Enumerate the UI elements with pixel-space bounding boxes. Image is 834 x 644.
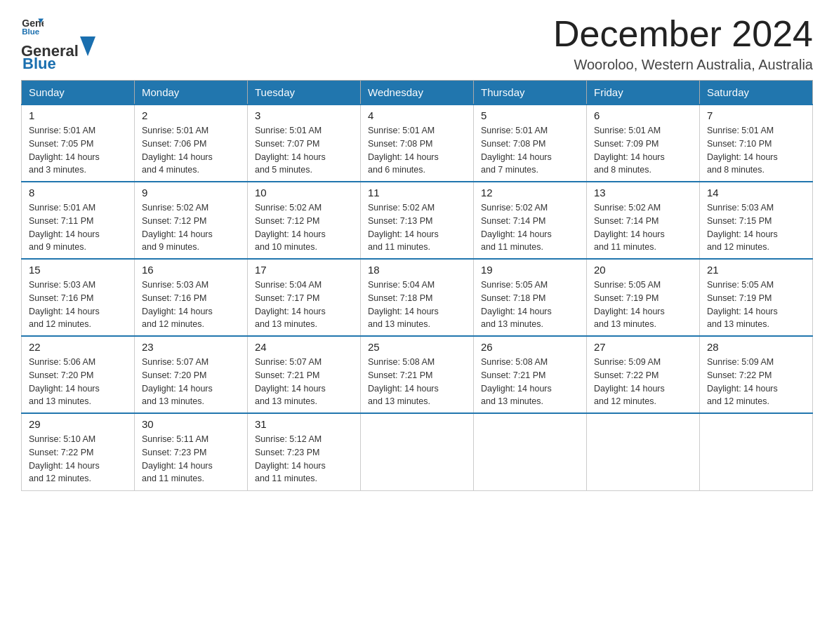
calendar-header-sunday: Sunday bbox=[22, 81, 135, 105]
calendar-cell: 5 Sunrise: 5:01 AM Sunset: 7:08 PM Dayli… bbox=[474, 105, 587, 182]
calendar-cell: 30 Sunrise: 5:11 AM Sunset: 7:23 PM Dayl… bbox=[135, 413, 248, 490]
day-number: 22 bbox=[29, 341, 127, 353]
calendar-header-wednesday: Wednesday bbox=[361, 81, 474, 105]
day-number: 11 bbox=[368, 187, 466, 199]
calendar-header-row: SundayMondayTuesdayWednesdayThursdayFrid… bbox=[22, 81, 813, 105]
logo-triangle-icon bbox=[80, 36, 95, 56]
day-number: 10 bbox=[255, 187, 353, 199]
day-number: 1 bbox=[29, 109, 127, 121]
title-block: December 2024 Wooroloo, Western Australi… bbox=[553, 14, 813, 73]
day-info: Sunrise: 5:05 AM Sunset: 7:18 PM Dayligh… bbox=[481, 279, 579, 331]
day-info: Sunrise: 5:02 AM Sunset: 7:13 PM Dayligh… bbox=[368, 201, 466, 254]
calendar-week-row: 1 Sunrise: 5:01 AM Sunset: 7:05 PM Dayli… bbox=[22, 105, 813, 182]
day-number: 28 bbox=[707, 341, 805, 353]
calendar-cell: 31 Sunrise: 5:12 AM Sunset: 7:23 PM Dayl… bbox=[248, 413, 361, 490]
day-number: 30 bbox=[142, 418, 240, 430]
calendar-cell: 3 Sunrise: 5:01 AM Sunset: 7:07 PM Dayli… bbox=[248, 105, 361, 182]
day-number: 4 bbox=[368, 109, 466, 121]
day-number: 6 bbox=[594, 109, 692, 121]
calendar-cell bbox=[474, 413, 587, 490]
day-number: 13 bbox=[594, 187, 692, 199]
day-info: Sunrise: 5:03 AM Sunset: 7:15 PM Dayligh… bbox=[707, 201, 805, 254]
calendar-header-monday: Monday bbox=[135, 81, 248, 105]
day-info: Sunrise: 5:01 AM Sunset: 7:08 PM Dayligh… bbox=[368, 124, 466, 177]
calendar-cell: 13 Sunrise: 5:02 AM Sunset: 7:14 PM Dayl… bbox=[587, 182, 700, 259]
calendar-cell: 15 Sunrise: 5:03 AM Sunset: 7:16 PM Dayl… bbox=[22, 259, 135, 336]
calendar-cell: 26 Sunrise: 5:08 AM Sunset: 7:21 PM Dayl… bbox=[474, 336, 587, 413]
day-info: Sunrise: 5:05 AM Sunset: 7:19 PM Dayligh… bbox=[594, 279, 692, 331]
day-info: Sunrise: 5:12 AM Sunset: 7:23 PM Dayligh… bbox=[255, 433, 353, 485]
day-info: Sunrise: 5:09 AM Sunset: 7:22 PM Dayligh… bbox=[594, 356, 692, 408]
day-info: Sunrise: 5:10 AM Sunset: 7:22 PM Dayligh… bbox=[29, 433, 127, 485]
day-number: 12 bbox=[481, 187, 579, 199]
calendar-header-friday: Friday bbox=[587, 81, 700, 105]
day-number: 15 bbox=[29, 264, 127, 276]
day-number: 26 bbox=[481, 341, 579, 353]
calendar-cell: 29 Sunrise: 5:10 AM Sunset: 7:22 PM Dayl… bbox=[22, 413, 135, 490]
calendar-header-thursday: Thursday bbox=[474, 81, 587, 105]
calendar-header-saturday: Saturday bbox=[700, 81, 813, 105]
day-info: Sunrise: 5:08 AM Sunset: 7:21 PM Dayligh… bbox=[481, 356, 579, 408]
month-title: December 2024 bbox=[553, 14, 813, 54]
day-info: Sunrise: 5:07 AM Sunset: 7:20 PM Dayligh… bbox=[142, 356, 240, 408]
day-number: 27 bbox=[594, 341, 692, 353]
day-info: Sunrise: 5:03 AM Sunset: 7:16 PM Dayligh… bbox=[29, 279, 127, 331]
day-number: 19 bbox=[481, 264, 579, 276]
calendar-cell: 25 Sunrise: 5:08 AM Sunset: 7:21 PM Dayl… bbox=[361, 336, 474, 413]
day-info: Sunrise: 5:08 AM Sunset: 7:21 PM Dayligh… bbox=[368, 356, 466, 408]
calendar-cell: 8 Sunrise: 5:01 AM Sunset: 7:11 PM Dayli… bbox=[22, 182, 135, 259]
calendar-cell: 22 Sunrise: 5:06 AM Sunset: 7:20 PM Dayl… bbox=[22, 336, 135, 413]
day-info: Sunrise: 5:04 AM Sunset: 7:18 PM Dayligh… bbox=[368, 279, 466, 331]
logo-icon: General Blue bbox=[21, 14, 44, 36]
calendar-cell: 19 Sunrise: 5:05 AM Sunset: 7:18 PM Dayl… bbox=[474, 259, 587, 336]
day-info: Sunrise: 5:04 AM Sunset: 7:17 PM Dayligh… bbox=[255, 279, 353, 331]
day-info: Sunrise: 5:02 AM Sunset: 7:14 PM Dayligh… bbox=[481, 201, 579, 254]
calendar-cell: 14 Sunrise: 5:03 AM Sunset: 7:15 PM Dayl… bbox=[700, 182, 813, 259]
calendar-cell: 6 Sunrise: 5:01 AM Sunset: 7:09 PM Dayli… bbox=[587, 105, 700, 182]
day-number: 17 bbox=[255, 264, 353, 276]
page-header: General Blue General Blue December 2024 … bbox=[21, 14, 813, 73]
day-info: Sunrise: 5:06 AM Sunset: 7:20 PM Dayligh… bbox=[29, 356, 127, 408]
calendar-cell: 7 Sunrise: 5:01 AM Sunset: 7:10 PM Dayli… bbox=[700, 105, 813, 182]
calendar-cell: 9 Sunrise: 5:02 AM Sunset: 7:12 PM Dayli… bbox=[135, 182, 248, 259]
calendar-cell: 27 Sunrise: 5:09 AM Sunset: 7:22 PM Dayl… bbox=[587, 336, 700, 413]
calendar-week-row: 8 Sunrise: 5:01 AM Sunset: 7:11 PM Dayli… bbox=[22, 182, 813, 259]
svg-text:Blue: Blue bbox=[22, 27, 40, 36]
day-info: Sunrise: 5:11 AM Sunset: 7:23 PM Dayligh… bbox=[142, 433, 240, 485]
logo: General Blue General Blue bbox=[21, 14, 97, 73]
calendar-cell: 24 Sunrise: 5:07 AM Sunset: 7:21 PM Dayl… bbox=[248, 336, 361, 413]
day-number: 9 bbox=[142, 187, 240, 199]
day-number: 23 bbox=[142, 341, 240, 353]
calendar-cell bbox=[587, 413, 700, 490]
day-info: Sunrise: 5:01 AM Sunset: 7:07 PM Dayligh… bbox=[255, 124, 353, 177]
day-number: 21 bbox=[707, 264, 805, 276]
day-info: Sunrise: 5:01 AM Sunset: 7:06 PM Dayligh… bbox=[142, 124, 240, 177]
day-info: Sunrise: 5:09 AM Sunset: 7:22 PM Dayligh… bbox=[707, 356, 805, 408]
calendar-cell: 16 Sunrise: 5:03 AM Sunset: 7:16 PM Dayl… bbox=[135, 259, 248, 336]
calendar-cell: 28 Sunrise: 5:09 AM Sunset: 7:22 PM Dayl… bbox=[700, 336, 813, 413]
day-number: 14 bbox=[707, 187, 805, 199]
calendar-cell: 17 Sunrise: 5:04 AM Sunset: 7:17 PM Dayl… bbox=[248, 259, 361, 336]
day-info: Sunrise: 5:02 AM Sunset: 7:14 PM Dayligh… bbox=[594, 201, 692, 254]
day-number: 18 bbox=[368, 264, 466, 276]
location-title: Wooroloo, Western Australia, Australia bbox=[553, 57, 813, 73]
calendar-cell: 1 Sunrise: 5:01 AM Sunset: 7:05 PM Dayli… bbox=[22, 105, 135, 182]
calendar-cell: 23 Sunrise: 5:07 AM Sunset: 7:20 PM Dayl… bbox=[135, 336, 248, 413]
day-number: 2 bbox=[142, 109, 240, 121]
logo-blue-text: Blue bbox=[22, 55, 56, 72]
calendar-cell: 21 Sunrise: 5:05 AM Sunset: 7:19 PM Dayl… bbox=[700, 259, 813, 336]
day-info: Sunrise: 5:02 AM Sunset: 7:12 PM Dayligh… bbox=[142, 201, 240, 254]
day-number: 5 bbox=[481, 109, 579, 121]
day-number: 8 bbox=[29, 187, 127, 199]
day-info: Sunrise: 5:07 AM Sunset: 7:21 PM Dayligh… bbox=[255, 356, 353, 408]
calendar-week-row: 22 Sunrise: 5:06 AM Sunset: 7:20 PM Dayl… bbox=[22, 336, 813, 413]
svg-marker-3 bbox=[80, 36, 95, 56]
calendar-week-row: 29 Sunrise: 5:10 AM Sunset: 7:22 PM Dayl… bbox=[22, 413, 813, 490]
calendar-cell: 11 Sunrise: 5:02 AM Sunset: 7:13 PM Dayl… bbox=[361, 182, 474, 259]
day-number: 31 bbox=[255, 418, 353, 430]
calendar-cell: 12 Sunrise: 5:02 AM Sunset: 7:14 PM Dayl… bbox=[474, 182, 587, 259]
calendar-cell: 18 Sunrise: 5:04 AM Sunset: 7:18 PM Dayl… bbox=[361, 259, 474, 336]
day-info: Sunrise: 5:01 AM Sunset: 7:10 PM Dayligh… bbox=[707, 124, 805, 177]
day-info: Sunrise: 5:03 AM Sunset: 7:16 PM Dayligh… bbox=[142, 279, 240, 331]
day-number: 24 bbox=[255, 341, 353, 353]
